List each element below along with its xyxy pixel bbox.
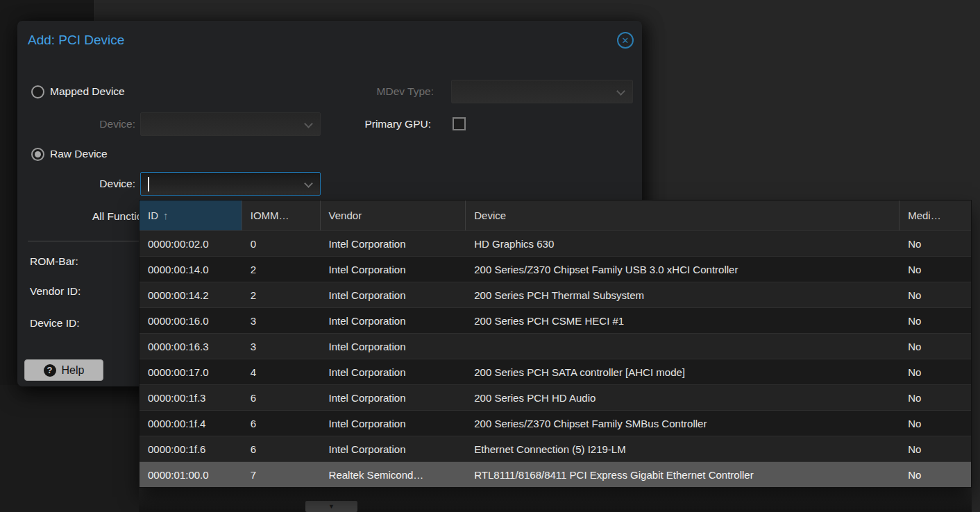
- mdev-type-label: MDev Type:: [340, 85, 434, 98]
- device-row[interactable]: 0000:00:17.04Intel Corporation200 Series…: [140, 359, 971, 384]
- cell-vendor: Intel Corporation: [321, 436, 466, 461]
- mapped-device-radio-label: Mapped Device: [50, 85, 125, 98]
- device-id-label: Device ID:: [30, 317, 80, 330]
- primary-gpu-label: Primary GPU:: [341, 118, 431, 130]
- cell-iommu: 4: [242, 359, 321, 384]
- cell-vendor: Intel Corporation: [321, 231, 466, 256]
- cell-device: [466, 334, 899, 359]
- column-header-iommu[interactable]: IOMM…: [242, 200, 321, 230]
- device-row[interactable]: 0000:00:1f.46Intel Corporation200 Series…: [140, 410, 971, 436]
- cell-id: 0000:00:16.0: [140, 308, 242, 333]
- cell-device: 200 Series PCH SATA controller [AHCI mod…: [466, 359, 899, 384]
- cell-device: Ethernet Connection (5) I219-LM: [466, 436, 899, 461]
- column-header-device[interactable]: Device: [466, 200, 899, 230]
- close-icon[interactable]: ✕: [617, 32, 634, 49]
- raw-device-device-label: Device:: [59, 178, 135, 190]
- raw-device-combo[interactable]: [140, 172, 321, 196]
- cell-mediated: No: [899, 282, 971, 307]
- cell-device: 200 Series PCH Thermal Subsystem: [466, 282, 899, 307]
- cell-id: 0000:00:16.3: [140, 334, 242, 359]
- cell-mediated: No: [899, 411, 971, 436]
- cell-iommu: 6: [242, 385, 321, 410]
- scroll-down-button[interactable]: ▼: [305, 501, 357, 512]
- dropdown-bottom-shadow: [139, 486, 972, 512]
- dialog-title: Add: PCI Device: [28, 33, 124, 48]
- cell-id: 0000:00:14.2: [140, 282, 242, 307]
- cell-id: 0000:00:14.0: [140, 257, 242, 282]
- cell-vendor: Realtek Semicond…: [321, 462, 466, 487]
- cell-id: 0000:01:00.0: [140, 462, 242, 487]
- device-row[interactable]: 0000:00:1f.36Intel Corporation200 Series…: [140, 384, 971, 410]
- chevron-down-icon: [304, 179, 313, 188]
- mapped-device-combo[interactable]: [140, 112, 321, 136]
- cell-device: 200 Series/Z370 Chipset Family USB 3.0 x…: [466, 257, 899, 282]
- device-row[interactable]: 0000:00:1f.66Intel CorporationEthernet C…: [140, 436, 971, 461]
- cell-id: 0000:00:02.0: [140, 231, 242, 256]
- cell-iommu: 2: [242, 282, 321, 307]
- device-row[interactable]: 0000:01:00.07Realtek Semicond…RTL8111/81…: [140, 461, 971, 487]
- column-header-vendor[interactable]: Vendor: [321, 200, 466, 230]
- cell-id: 0000:00:1f.6: [140, 436, 242, 461]
- cell-iommu: 6: [242, 436, 321, 461]
- cell-mediated: No: [899, 436, 971, 461]
- cell-mediated: No: [899, 385, 971, 410]
- cell-device: 200 Series PCH CSME HECI #1: [466, 308, 899, 333]
- chevron-down-icon: [616, 87, 625, 96]
- cell-id: 0000:00:1f.4: [140, 411, 242, 436]
- cell-mediated: No: [899, 308, 971, 333]
- sort-asc-icon: ↑: [163, 210, 169, 221]
- column-header-id[interactable]: ID ↑: [140, 200, 242, 230]
- cell-iommu: 2: [242, 257, 321, 282]
- cell-mediated: No: [899, 257, 971, 282]
- device-picker-dropdown: ID ↑ IOMM… Vendor Device Medi… 0000:00:0…: [139, 200, 972, 488]
- cell-device: RTL8111/8168/8411 PCI Express Gigabit Et…: [466, 462, 899, 487]
- mapped-device-device-label: Device:: [59, 118, 135, 130]
- device-row[interactable]: 0000:00:16.33Intel CorporationNo: [140, 333, 971, 359]
- cell-iommu: 3: [242, 334, 321, 359]
- device-row[interactable]: 0000:00:14.22Intel Corporation200 Series…: [140, 282, 971, 307]
- cell-device: HD Graphics 630: [466, 231, 899, 256]
- cell-vendor: Intel Corporation: [321, 411, 466, 436]
- rom-bar-label: ROM-Bar:: [30, 255, 78, 268]
- cell-vendor: Intel Corporation: [321, 257, 466, 282]
- all-functions-label: All Functions:: [17, 210, 157, 223]
- cell-mediated: No: [899, 462, 971, 487]
- cell-iommu: 7: [242, 462, 321, 487]
- cell-vendor: Intel Corporation: [321, 385, 466, 410]
- cell-vendor: Intel Corporation: [321, 334, 466, 359]
- mdev-type-combo[interactable]: [451, 80, 633, 103]
- cell-mediated: No: [899, 359, 971, 384]
- raw-device-radio-label: Raw Device: [50, 148, 108, 160]
- text-cursor: [148, 177, 149, 191]
- cell-iommu: 6: [242, 411, 321, 436]
- cell-mediated: No: [899, 231, 971, 256]
- device-row[interactable]: 0000:00:02.00Intel CorporationHD Graphic…: [140, 230, 971, 256]
- vendor-id-label: Vendor ID:: [30, 285, 81, 298]
- question-mark-icon: ?: [44, 364, 56, 377]
- device-table-header: ID ↑ IOMM… Vendor Device Medi…: [140, 200, 971, 230]
- cell-device: 200 Series/Z370 Chipset Family SMBus Con…: [466, 411, 899, 436]
- cell-id: 0000:00:17.0: [140, 359, 242, 384]
- cell-vendor: Intel Corporation: [321, 359, 466, 384]
- device-row[interactable]: 0000:00:16.03Intel Corporation200 Series…: [140, 307, 971, 333]
- help-button[interactable]: ? Help: [24, 359, 103, 381]
- column-header-mediated[interactable]: Medi…: [899, 200, 971, 230]
- cell-iommu: 0: [242, 231, 321, 256]
- scroll-down-icon: ▼: [328, 503, 335, 510]
- primary-gpu-checkbox[interactable]: [453, 117, 466, 130]
- device-row[interactable]: 0000:00:14.02Intel Corporation200 Series…: [140, 256, 971, 282]
- cell-vendor: Intel Corporation: [321, 282, 466, 307]
- background-area: [0, 385, 139, 512]
- help-button-label: Help: [62, 364, 85, 377]
- chevron-down-icon: [304, 119, 313, 128]
- raw-device-radio[interactable]: [31, 148, 44, 161]
- device-table-body: 0000:00:02.00Intel CorporationHD Graphic…: [140, 230, 971, 487]
- cell-mediated: No: [899, 334, 971, 359]
- cell-iommu: 3: [242, 308, 321, 333]
- cell-vendor: Intel Corporation: [321, 308, 466, 333]
- cell-id: 0000:00:1f.3: [140, 385, 242, 410]
- mapped-device-radio[interactable]: [31, 85, 44, 99]
- cell-device: 200 Series PCH HD Audio: [466, 385, 899, 410]
